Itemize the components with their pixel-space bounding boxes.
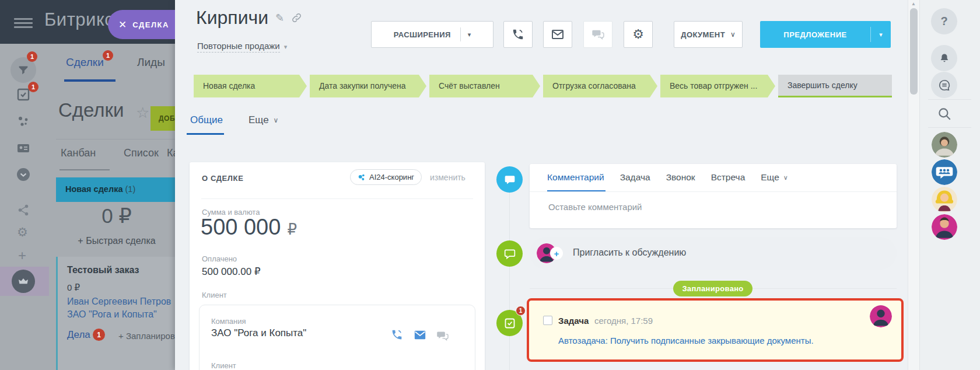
call-button[interactable] (503, 21, 533, 48)
task-link[interactable]: Автозадача: Получить подписанные закрыва… (558, 336, 814, 345)
copy-link-icon[interactable] (291, 12, 302, 23)
ai-scoring-badge[interactable]: AI24-скоринг (350, 169, 422, 185)
screen: Битрикс24 1 1 ⚙ + Сделки 1 Лиды Сделки ☆… (0, 0, 980, 370)
amount-value: 500 000 (201, 215, 281, 240)
search-button[interactable] (937, 106, 952, 124)
tl-tab-meeting[interactable]: Встреча (711, 172, 746, 183)
client-box: Компания ЗАО "Рога и Копыта" Клиент (199, 305, 475, 370)
view-tab-list[interactable]: Список (124, 147, 159, 159)
paid-label: Оплачено (202, 254, 237, 263)
stage-close-deal[interactable]: Завершить сделку (778, 75, 892, 97)
deal-card-contact-link[interactable]: Иван Сергеевич Петров (67, 296, 171, 307)
edit-link[interactable]: изменить (430, 173, 466, 182)
stage-purchase-date[interactable]: Дата закупки получена (310, 75, 426, 97)
sidebar-add[interactable]: + (18, 247, 26, 264)
tab-general[interactable]: Общие (190, 114, 223, 126)
tl-tab-call[interactable]: Звонок (666, 172, 695, 183)
chevron-down-circle-icon (16, 167, 30, 181)
envelope-icon[interactable] (413, 329, 427, 341)
sidebar-item-contacts[interactable] (16, 141, 30, 158)
invite-to-discussion[interactable]: + Пригласить к обсуждению (530, 237, 897, 270)
messenger-button[interactable] (931, 72, 957, 98)
sidebar-item-tasks[interactable] (16, 88, 30, 104)
company-label: Компания (211, 317, 246, 326)
kanban-column-count: (1) (125, 184, 136, 194)
activities-link[interactable]: Дела (67, 329, 90, 341)
stage-new[interactable]: Новая сделка (194, 75, 307, 97)
deal-card-company-link[interactable]: ЗАО "Рога и Копыта" (67, 309, 157, 320)
tl-tab-task[interactable]: Задача (620, 172, 650, 183)
chevron-down-icon: ∨ (783, 174, 788, 181)
sidebar-item-premium[interactable] (0, 267, 49, 296)
phone-icon[interactable] (391, 329, 403, 341)
email-button[interactable] (543, 21, 572, 48)
tab-more[interactable]: Еще ∨ (249, 114, 278, 126)
sidebar-item-more[interactable] (16, 167, 30, 184)
section-header: О СДЕЛКЕ (202, 174, 243, 183)
notifications-button[interactable] (931, 45, 957, 71)
chevron-down-icon: ∨ (274, 116, 279, 124)
group-chat-avatar[interactable] (932, 159, 957, 185)
tab-leads[interactable]: Лиды (137, 56, 165, 69)
add-deal-button[interactable]: ДОБАВИТЬ (150, 106, 177, 131)
timeline-comment-marker (496, 166, 523, 193)
user-avatar[interactable] (932, 132, 957, 158)
pipeline-selector[interactable]: Повторные продажи ▾ (197, 41, 287, 53)
timeline-line (509, 191, 510, 370)
hamburger-menu-icon[interactable] (14, 16, 33, 30)
chevron-down-icon[interactable]: ▾ (871, 31, 891, 39)
close-icon[interactable]: ✕ (118, 19, 127, 31)
plan-activity-link[interactable]: + Запланировать (118, 331, 177, 341)
company-name[interactable]: ЗАО "Рога и Копыта" (211, 327, 306, 339)
task-title[interactable]: Задача (558, 316, 589, 326)
task-entry-highlighted[interactable]: Задача сегодня, 17:59 Автозадача: Получи… (527, 298, 904, 362)
stage-goods-shipped[interactable]: Весь товар отгружен ... (660, 75, 775, 97)
tl-tab-comment[interactable]: Комментарий (547, 172, 604, 183)
sidebar-item-sitemap[interactable] (17, 204, 30, 219)
quick-deal-link[interactable]: + Быстрая сделка (56, 236, 177, 246)
kanban-column-sum: 0 ₽ (56, 204, 177, 228)
active-tab-underline (187, 133, 224, 135)
scrollbar-thumb[interactable] (910, 8, 918, 95)
deal-slider-panel: Кирпичи ✎ Повторные продажи ▾ РАСШИРЕНИЯ… (175, 0, 908, 370)
stage-shipping-approved[interactable]: Отгрузка согласована (543, 75, 657, 97)
proposal-button[interactable]: ПРЕДЛОЖЕНИЕ ▾ (760, 21, 891, 48)
view-tab-kanban[interactable]: Канбан (61, 147, 96, 159)
task-checkbox[interactable] (543, 316, 552, 325)
chat-icon[interactable] (436, 330, 449, 342)
deals-tab-badge: 1 (103, 50, 113, 61)
deal-card[interactable]: Тестовый заказ 0 ₽ Иван Сергеевич Петров… (56, 257, 177, 370)
help-button[interactable]: ? (931, 8, 957, 34)
crown-icon (12, 270, 35, 293)
divider (201, 198, 473, 199)
page-title: Сделки (58, 99, 124, 121)
timeline-composer-card: Комментарий Задача Звонок Встреча Еще ∨ (530, 164, 897, 228)
sidebar-item-network[interactable] (16, 114, 30, 131)
chat-button[interactable] (583, 21, 612, 48)
settings-button[interactable]: ⚙ (624, 21, 653, 48)
right-rail: ? (919, 0, 980, 370)
panel-scrollbar[interactable]: ▲ (908, 0, 919, 370)
speech-bubble-icon (504, 248, 516, 260)
sidebar-settings[interactable]: ⚙ (17, 225, 28, 239)
question-icon: ? (940, 15, 947, 28)
deal-card-title[interactable]: Тестовый заказ (67, 265, 139, 275)
task-responsible-avatar[interactable] (870, 305, 892, 327)
edit-title-icon[interactable]: ✎ (275, 12, 284, 25)
currency-sign: ₽ (287, 221, 297, 239)
stage-invoice[interactable]: Счёт выставлен (429, 75, 540, 97)
comment-input[interactable] (547, 201, 874, 212)
divider (928, 99, 971, 100)
paid-value: 500 000.00 ₽ (202, 266, 261, 278)
user-avatar[interactable] (932, 187, 957, 212)
scroll-up-arrow[interactable]: ▲ (911, 1, 916, 6)
divider (56, 139, 178, 139)
user-avatar[interactable] (932, 214, 957, 240)
tab-deals[interactable]: Сделки (66, 56, 104, 69)
extensions-button[interactable]: РАСШИРЕНИЯ ▾ (371, 21, 494, 48)
document-button[interactable]: ДОКУМЕНТ ∨ (674, 21, 743, 48)
deal-title: Кирпичи (196, 7, 268, 29)
favorite-star-icon[interactable]: ☆ (136, 104, 149, 122)
kanban-column-header[interactable]: Новая сделка (1) (56, 177, 177, 202)
tl-tab-more[interactable]: Еще ∨ (761, 172, 788, 183)
